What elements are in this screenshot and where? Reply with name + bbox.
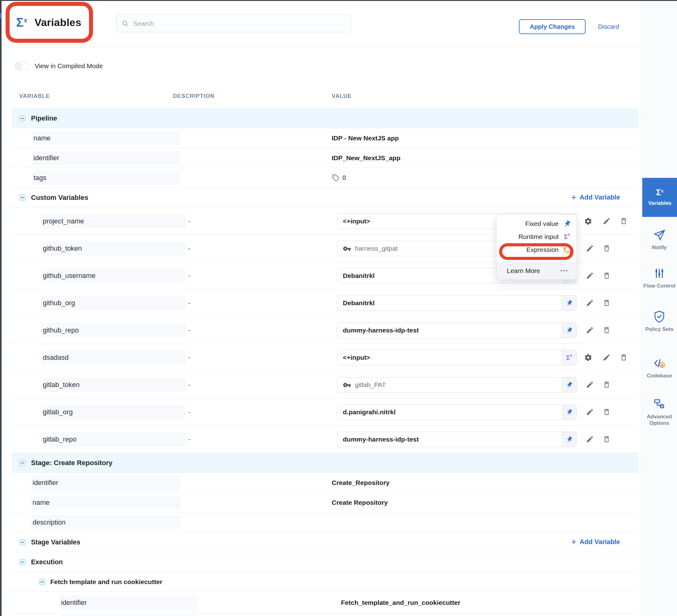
delete-trash-icon[interactable] xyxy=(620,217,628,225)
description-dash: - xyxy=(188,272,190,280)
value-input[interactable]: dummy-harness-idp-test xyxy=(337,323,577,338)
edit-pencil-icon[interactable] xyxy=(586,272,594,280)
search-box[interactable] xyxy=(116,14,351,32)
value-type-selector[interactable] xyxy=(562,405,576,420)
header-divider xyxy=(2,47,641,47)
value-type-selector[interactable] xyxy=(562,432,576,447)
collapse-minus-icon[interactable] xyxy=(39,579,45,585)
column-value: VALUE xyxy=(332,93,352,99)
tab-advanced-options[interactable]: Advanced Options xyxy=(642,397,677,426)
edit-pencil-icon[interactable] xyxy=(586,299,594,307)
paper-plane-icon xyxy=(653,228,666,241)
table-row: name IDP - New NextJS app xyxy=(12,128,639,148)
value-type-selector[interactable] xyxy=(562,377,576,392)
pin-icon xyxy=(564,407,574,417)
edit-pencil-icon[interactable] xyxy=(586,435,594,443)
settings-gear-icon[interactable] xyxy=(584,353,592,362)
value-type-menu: Fixed value Runtime input Σx Expression … xyxy=(497,215,577,280)
section-title: Fetch template and run cookiecutter xyxy=(50,578,163,586)
collapsed-left-nav-edge xyxy=(0,0,2,616)
settings-gear-icon[interactable] xyxy=(584,217,592,225)
collapse-minus-icon[interactable] xyxy=(19,115,26,122)
delete-trash-icon[interactable] xyxy=(602,435,611,443)
search-input[interactable] xyxy=(133,19,335,28)
table-row: dsadasd - <+input> Σx xyxy=(12,344,639,371)
variable-name-pill: gitlab_org xyxy=(41,405,186,419)
value-input[interactable]: Debanitrkl xyxy=(337,295,577,311)
description-dash: - xyxy=(188,408,190,416)
collapse-minus-icon[interactable] xyxy=(19,559,26,565)
edit-pencil-icon[interactable] xyxy=(586,326,594,334)
key-icon xyxy=(343,244,351,253)
right-panel-tabs: Σx Variables Notify Flow Control Poli xyxy=(641,1,677,616)
variable-name-pill: github_repo xyxy=(41,323,186,337)
delete-trash-icon[interactable] xyxy=(602,244,611,252)
pin-icon xyxy=(564,298,574,308)
tab-notify[interactable]: Notify xyxy=(642,228,677,251)
description-dash: - xyxy=(188,353,190,362)
tab-codebase[interactable]: Codebase xyxy=(642,357,677,379)
table-row: github_org - Debanitrkl xyxy=(12,289,639,317)
tab-variables[interactable]: Σx Variables xyxy=(642,178,677,217)
pin-icon xyxy=(562,220,572,228)
edit-pencil-icon[interactable] xyxy=(586,408,594,416)
section-title: Execution xyxy=(31,558,63,566)
delete-trash-icon[interactable] xyxy=(602,272,611,280)
section-pipeline: Pipeline xyxy=(12,108,639,128)
table-row: identifier Fetch_template_and_run_cookie… xyxy=(12,592,639,614)
value-type-selector[interactable] xyxy=(562,296,576,311)
plus-icon: + xyxy=(571,193,577,202)
edit-pencil-icon[interactable] xyxy=(602,217,611,225)
value-type-selector[interactable]: Σx xyxy=(562,350,576,365)
description-dash: - xyxy=(188,381,190,389)
secret-value-input[interactable]: gitlab_PAT xyxy=(337,377,577,392)
delete-trash-icon[interactable] xyxy=(602,408,611,416)
collapse-minus-icon[interactable] xyxy=(19,460,26,466)
variable-name-pill: name xyxy=(31,495,181,510)
edit-pencil-icon[interactable] xyxy=(586,244,594,252)
value-type-selector[interactable] xyxy=(562,323,576,338)
section-title: Stage Variables xyxy=(31,538,80,546)
collapse-minus-icon[interactable] xyxy=(19,539,26,546)
edit-pencil-icon[interactable] xyxy=(586,380,594,389)
delete-trash-icon[interactable] xyxy=(620,353,628,362)
section-title: Pipeline xyxy=(31,114,57,123)
learn-more-button[interactable]: Learn More ••• xyxy=(497,262,577,280)
table-row: tags 0 xyxy=(12,168,639,188)
description-dash: - xyxy=(188,435,190,443)
tab-policy-sets[interactable]: Policy Sets xyxy=(642,310,677,332)
delete-trash-icon[interactable] xyxy=(602,299,611,307)
table-row: gitlab_repo - dummy-harness-idp-test xyxy=(12,426,639,453)
compiled-mode-toggle[interactable] xyxy=(15,62,29,70)
add-variable-button[interactable]: + Add Variable xyxy=(571,193,620,202)
value-input[interactable]: dummy-harness-idp-test xyxy=(337,432,577,447)
key-icon xyxy=(343,381,351,389)
menu-item-fixed-value[interactable]: Fixed value xyxy=(497,217,577,230)
sliders-icon xyxy=(653,267,666,280)
column-description: DESCRIPTION xyxy=(173,93,215,99)
section-execution: Execution xyxy=(12,552,639,572)
left-nav-accent xyxy=(0,13,2,18)
pin-icon xyxy=(564,380,574,390)
add-variable-button[interactable]: + Add Variable xyxy=(571,537,620,547)
collapse-minus-icon[interactable] xyxy=(19,195,26,201)
value-input[interactable]: d.panigrahi.nitrkl xyxy=(337,405,577,420)
compiled-mode-toggle-row: View in Compiled Mode xyxy=(15,62,103,70)
variables-sigma-icon: Σx xyxy=(16,16,27,29)
code-warning-icon xyxy=(653,357,666,370)
value-input[interactable]: <+input> Σx xyxy=(337,350,577,365)
edit-pencil-icon[interactable] xyxy=(602,353,611,362)
apply-changes-button[interactable]: Apply Changes xyxy=(519,19,586,34)
table-header: VARIABLE DESCRIPTION VALUE xyxy=(12,93,639,104)
screenshot-top-edge xyxy=(0,0,677,1)
variable-name-pill: github_username xyxy=(41,269,186,283)
description-dash: - xyxy=(188,217,190,225)
discard-button[interactable]: Discard xyxy=(590,19,627,34)
menu-item-runtime-input[interactable]: Runtime input Σx xyxy=(497,230,577,243)
delete-trash-icon[interactable] xyxy=(602,326,611,334)
plus-icon: + xyxy=(571,537,577,547)
tab-flow-control[interactable]: Flow Control xyxy=(642,267,677,289)
delete-trash-icon[interactable] xyxy=(602,380,611,389)
menu-item-expression[interactable]: Expression f(x) xyxy=(497,243,577,256)
variable-name-pill: dsadasd xyxy=(41,350,186,365)
